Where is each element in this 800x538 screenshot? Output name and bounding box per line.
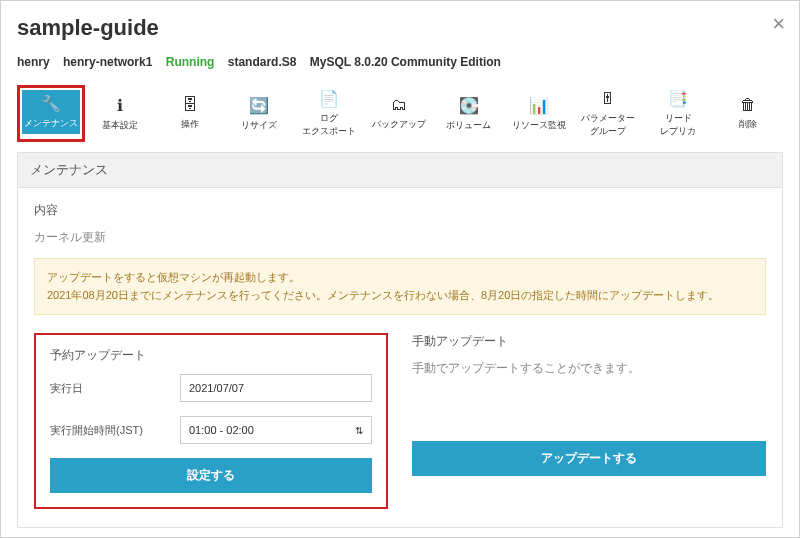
scheduled-update-col: 予約アップデート 実行日 実行開始時間(JST) 01:00 - 02:00 ⇅… [34,333,388,509]
section-header: メンテナンス [17,152,783,187]
tab-paramgroup[interactable]: 🎚 パラメーター グループ [574,85,644,142]
page-title: sample-guide [17,15,783,41]
info-icon: ℹ [117,96,123,115]
tab-label: メンテナンス [24,117,78,130]
tab-label: 削除 [739,118,757,131]
close-icon[interactable]: × [772,11,785,37]
tab-label: バックアップ [372,118,426,131]
wrench-icon: 🔧 [41,94,61,113]
file-icon: 📄 [319,89,339,108]
tab-label: 操作 [181,118,199,131]
active-tab-frame: 🔧 メンテナンス [17,85,85,142]
database-icon: 🗄 [182,96,198,114]
tab-label: リサイズ [241,119,277,132]
chart-icon: 📊 [529,96,549,115]
instance-meta: henry henry-network1 Running standard.S8… [17,55,783,69]
tab-label: パラメーター グループ [581,112,635,138]
tab-backup[interactable]: 🗂 バックアップ [364,85,434,142]
alert-line2: 2021年08月20日までにメンテナンスを行ってください。メンテナンスを行わない… [47,287,753,305]
content-text: カーネル更新 [34,229,766,246]
disk-icon: 💽 [459,96,479,115]
update-columns: 予約アップデート 実行日 実行開始時間(JST) 01:00 - 02:00 ⇅… [34,333,766,509]
meta-name: henry [17,55,50,69]
meta-network: henry-network1 [63,55,152,69]
refresh-icon: 🔄 [249,96,269,115]
tab-label: リソース監視 [512,119,566,132]
content-label: 内容 [34,202,766,219]
trash-icon: 🗑 [740,96,756,114]
manual-desc: 手動でアップデートすることができます。 [412,360,766,377]
meta-engine: MySQL 8.0.20 Community Edition [310,55,501,69]
tab-label: 基本設定 [102,119,138,132]
time-row: 実行開始時間(JST) 01:00 - 02:00 ⇅ [50,416,372,444]
time-select[interactable]: 01:00 - 02:00 ⇅ [180,416,372,444]
maintenance-panel: 内容 カーネル更新 アップデートをすると仮想マシンが再起動します。 2021年0… [17,187,783,528]
time-label: 実行開始時間(JST) [50,423,180,438]
scheduled-title: 予約アップデート [50,347,372,364]
alert-line1: アップデートをすると仮想マシンが再起動します。 [47,269,753,287]
set-button[interactable]: 設定する [50,458,372,493]
manual-title: 手動アップデート [412,333,766,350]
update-button[interactable]: アップデートする [412,441,766,476]
tab-logexport[interactable]: 📄 ログ エクスポート [294,85,364,142]
date-row: 実行日 [50,374,372,402]
files-icon: 🗂 [391,96,407,114]
tab-basic[interactable]: ℹ 基本設定 [85,85,155,142]
tab-delete[interactable]: 🗑 削除 [713,85,783,142]
tab-volume[interactable]: 💽 ボリューム [434,85,504,142]
manual-update-col: 手動アップデート 手動でアップデートすることができます。 アップデートする [412,333,766,509]
tab-monitor[interactable]: 📊 リソース監視 [504,85,574,142]
tab-label: リード レプリカ [660,112,696,138]
date-input[interactable] [180,374,372,402]
date-label: 実行日 [50,381,180,396]
tab-label: ログ エクスポート [302,112,356,138]
tab-ops[interactable]: 🗄 操作 [155,85,225,142]
sliders-icon: 🎚 [600,90,616,108]
tab-bar: 🔧 メンテナンス ℹ 基本設定 🗄 操作 🔄 リサイズ 📄 ログ エクスポート … [17,85,783,142]
tab-readreplica[interactable]: 📑 リード レプリカ [643,85,713,142]
modal: × sample-guide henry henry-network1 Runn… [0,0,800,538]
tab-resize[interactable]: 🔄 リサイズ [225,85,295,142]
chevron-updown-icon: ⇅ [355,425,363,436]
meta-status: Running [166,55,215,69]
time-value: 01:00 - 02:00 [189,424,254,436]
tab-maintenance[interactable]: 🔧 メンテナンス [22,90,80,134]
scheduled-frame: 予約アップデート 実行日 実行開始時間(JST) 01:00 - 02:00 ⇅… [34,333,388,509]
tab-label: ボリューム [446,119,491,132]
warning-alert: アップデートをすると仮想マシンが再起動します。 2021年08月20日までにメン… [34,258,766,315]
copy-icon: 📑 [668,89,688,108]
meta-flavor: standard.S8 [228,55,297,69]
